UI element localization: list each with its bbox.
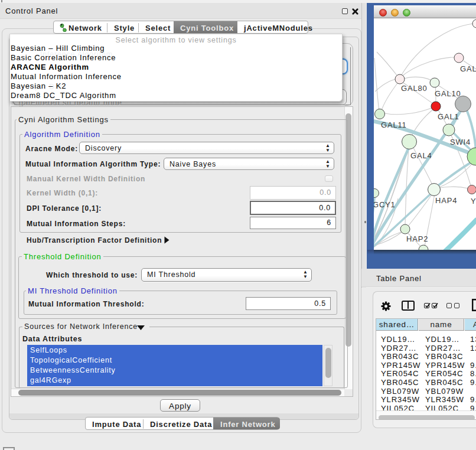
svg-text:GCY1: GCY1	[374, 200, 396, 209]
svg-text:GAL7: GAL7	[460, 64, 476, 73]
svg-text:GAL80: GAL80	[401, 84, 427, 93]
svg-text:GAL4: GAL4	[410, 151, 432, 160]
svg-text:YJ: YJ	[471, 197, 476, 206]
svg-text:GAL11: GAL11	[381, 120, 407, 129]
svg-text:SWI4: SWI4	[450, 138, 471, 146]
svg-text:HAP4: HAP4	[435, 196, 457, 205]
svg-text:HAP2: HAP2	[406, 234, 428, 243]
svg-text:GAL10: GAL10	[435, 89, 461, 98]
svg-text:GAL1: GAL1	[438, 112, 459, 121]
